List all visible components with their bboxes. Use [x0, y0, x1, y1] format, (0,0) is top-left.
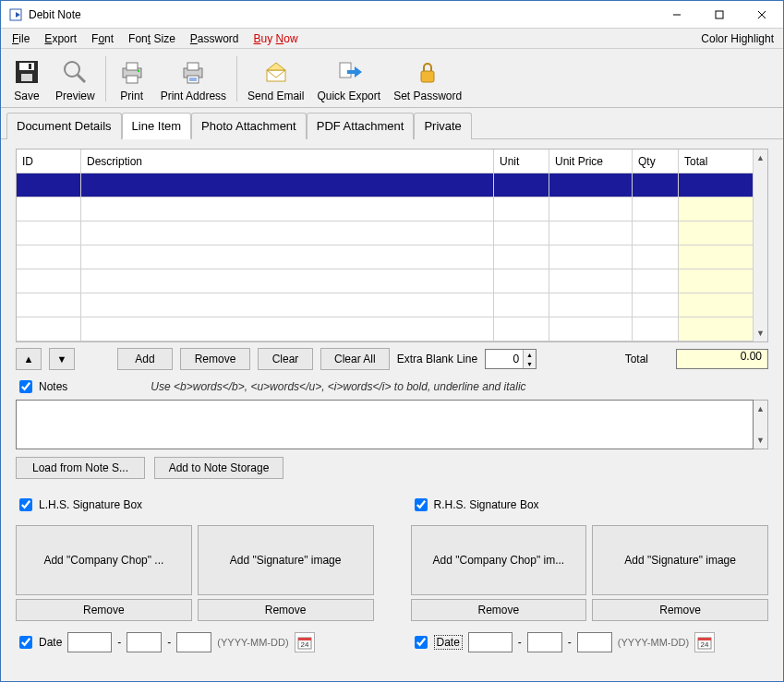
print-button[interactable]: Print [110, 53, 154, 105]
col-unit-price[interactable]: Unit Price [549, 150, 633, 173]
app-icon [8, 7, 23, 22]
tab-document-details[interactable]: Document Details [6, 113, 122, 139]
spin-down-icon[interactable]: ▼ [524, 359, 536, 368]
svg-rect-2 [716, 11, 723, 18]
menu-file[interactable]: File [6, 30, 35, 47]
grid-row-selected[interactable] [17, 173, 753, 197]
notes-checkbox[interactable]: Notes [16, 377, 67, 396]
clear-button[interactable]: Clear [258, 348, 313, 370]
notes-scrollbar[interactable]: ▲ ▼ [754, 400, 768, 449]
preview-button[interactable]: Preview [49, 53, 102, 105]
menu-color-highlight[interactable]: Color Highlight [695, 30, 778, 47]
grid-row[interactable] [17, 197, 753, 221]
rhs-remove-signature-button[interactable]: Remove [592, 599, 768, 621]
grid-row[interactable] [17, 293, 753, 317]
notes-textarea[interactable] [16, 400, 754, 449]
email-icon [261, 57, 291, 87]
tab-photo-attachment[interactable]: Photo Attachment [191, 113, 307, 139]
spin-up-icon[interactable]: ▲ [524, 350, 536, 359]
svg-rect-8 [29, 64, 31, 69]
rhs-date-checkbox[interactable]: Date [411, 633, 463, 652]
window-title: Debit Note [29, 8, 81, 21]
extra-blank-spinner[interactable]: ▲▼ [485, 349, 537, 369]
menu-font[interactable]: Font [86, 30, 119, 47]
grid-scrollbar[interactable]: ▲ ▼ [753, 150, 767, 341]
tab-pdf-attachment[interactable]: PDF Attachment [307, 113, 415, 139]
rhs-date-year[interactable] [468, 632, 513, 652]
save-button[interactable]: Save [5, 53, 49, 105]
print-address-button[interactable]: Print Address [154, 53, 233, 105]
svg-rect-13 [127, 76, 138, 83]
tab-line-item[interactable]: Line Item [122, 113, 191, 139]
lhs-signature-checkbox[interactable]: L.H.S. Signature Box [16, 496, 374, 514]
extra-blank-label: Extra Blank Line [397, 353, 477, 365]
scroll-down-icon[interactable]: ▼ [754, 325, 767, 341]
menu-export[interactable]: Export [39, 30, 82, 47]
rhs-remove-chop-button[interactable]: Remove [411, 599, 587, 621]
rhs-signature-checkbox[interactable]: R.H.S. Signature Box [411, 496, 769, 514]
total-label: Total [625, 353, 648, 365]
date-format-hint: (YYYY-MM-DD) [618, 637, 689, 648]
load-note-storage-button[interactable]: Load from Note S... [16, 457, 145, 479]
row-toolbar: ▲ ▼ Add Remove Clear Clear All Extra Bla… [16, 348, 768, 370]
scroll-up-icon[interactable]: ▲ [754, 401, 767, 417]
menu-password[interactable]: Password [185, 30, 245, 47]
lhs-add-signature-button[interactable]: Add "Signature" image [198, 525, 374, 595]
svg-point-14 [137, 70, 139, 72]
add-note-storage-button[interactable]: Add to Note Storage [154, 457, 283, 479]
grid-row[interactable] [17, 269, 753, 293]
lhs-remove-signature-button[interactable]: Remove [198, 599, 374, 621]
svg-rect-12 [127, 63, 138, 70]
clear-all-button[interactable]: Clear All [320, 348, 390, 370]
svg-rect-6 [19, 63, 34, 70]
maximize-button[interactable] [698, 1, 741, 29]
add-button[interactable]: Add [117, 348, 173, 370]
rhs-calendar-button[interactable]: 24 [694, 632, 715, 652]
grid-row[interactable] [17, 221, 753, 245]
lhs-remove-chop-button[interactable]: Remove [16, 599, 192, 621]
scroll-down-icon[interactable]: ▼ [754, 432, 767, 449]
svg-text:24: 24 [300, 640, 308, 649]
rhs-date-day[interactable] [577, 632, 612, 652]
calendar-icon: 24 [297, 635, 312, 650]
rhs-add-chop-button[interactable]: Add "Company Chop" im... [411, 525, 587, 595]
col-id[interactable]: ID [17, 150, 81, 173]
minimize-button[interactable] [656, 1, 698, 29]
menu-buy-now[interactable]: Buy Now [248, 30, 304, 47]
lhs-date-checkbox[interactable]: Date [16, 633, 62, 652]
quick-export-button[interactable]: Quick Export [310, 53, 387, 105]
total-value: 0.00 [676, 349, 768, 369]
send-email-button[interactable]: Send Email [241, 53, 310, 105]
svg-rect-17 [187, 76, 199, 83]
toolbar: Save Preview Print Print Address Send Em… [1, 49, 783, 108]
close-button[interactable] [741, 1, 783, 29]
svg-rect-23 [421, 71, 434, 82]
lock-icon [413, 57, 442, 87]
rhs-date-month[interactable] [527, 632, 562, 652]
rhs-add-signature-button[interactable]: Add "Signature" image [592, 525, 768, 595]
grid-row[interactable] [17, 317, 753, 341]
calendar-icon: 24 [697, 635, 712, 650]
svg-rect-7 [21, 74, 32, 81]
scroll-up-icon[interactable]: ▲ [754, 150, 767, 166]
menu-font-size[interactable]: Font Size [123, 30, 181, 47]
extra-blank-input[interactable] [486, 352, 523, 366]
lhs-date-month[interactable] [127, 632, 162, 652]
col-qty[interactable]: Qty [633, 150, 679, 173]
move-down-button[interactable]: ▼ [49, 348, 75, 370]
lhs-date-day[interactable] [176, 632, 211, 652]
set-password-button[interactable]: Set Password [387, 53, 468, 105]
tab-private[interactable]: Private [414, 113, 471, 139]
grid-row[interactable] [17, 245, 753, 269]
move-up-button[interactable]: ▲ [16, 348, 42, 370]
col-description[interactable]: Description [81, 150, 494, 173]
save-icon [12, 57, 42, 87]
lhs-calendar-button[interactable]: 24 [295, 632, 315, 652]
remove-button[interactable]: Remove [180, 348, 250, 370]
grid-header: ID Description Unit Unit Price Qty Total [17, 150, 753, 173]
col-unit[interactable]: Unit [494, 150, 549, 173]
col-total[interactable]: Total [679, 150, 753, 173]
svg-marker-21 [267, 63, 285, 70]
lhs-date-year[interactable] [67, 632, 112, 652]
lhs-add-chop-button[interactable]: Add "Company Chop" ... [16, 525, 192, 595]
